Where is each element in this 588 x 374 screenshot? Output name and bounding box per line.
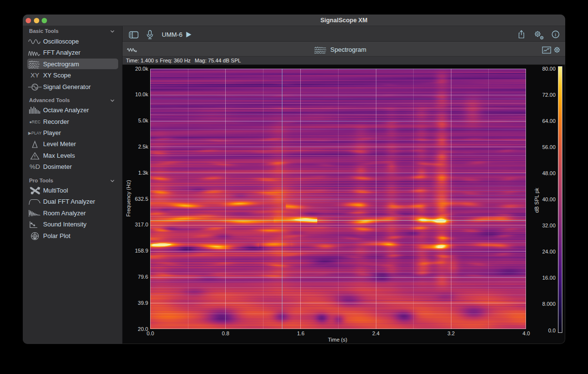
svg-text:i: i xyxy=(555,31,556,37)
